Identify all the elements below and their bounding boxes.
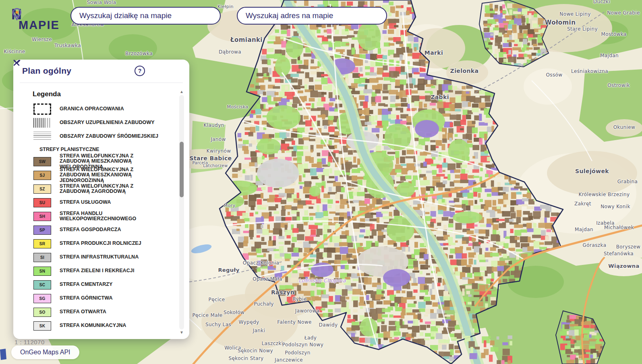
- logo-word-mapie: MAPIE: [19, 19, 60, 31]
- dashed-outline-icon: [33, 103, 51, 115]
- legend-zone-item: SHSTREFA HANDLU WIELKOPOWIERZCHNIOWEGO: [33, 209, 175, 223]
- legend-area-item: OBSZARY ZABUDOWY ŚRÓDMIEJSKIEJ: [33, 130, 175, 143]
- close-icon: [13, 60, 20, 66]
- legend-zone-item: SISTREFA INFRASTRUKTURALNA: [33, 250, 175, 264]
- attribution-pill[interactable]: OnGeo Maps API: [11, 345, 79, 359]
- legend-zone-item: SUSTREFA USŁUGOWA: [33, 196, 175, 209]
- legend-area-list: GRANICA OPRACOWANIAOBSZARY UZUPEŁNIENIA …: [33, 102, 175, 143]
- zone-swatch: SZ: [33, 184, 51, 194]
- help-icon: ?: [135, 66, 145, 76]
- zone-swatch: SG: [33, 294, 51, 303]
- panel-divider: [20, 83, 183, 83]
- zone-code: SC: [39, 283, 46, 287]
- zone-code: SJ: [40, 173, 45, 178]
- legend-zone-item: SZSTREFA WIELOFUNKCYJNA Z ZABUDOWĄ ZAGRO…: [33, 182, 175, 196]
- legend-zone-item: SGSTREFA GÓRNICTWA: [33, 292, 175, 305]
- scrollbar-thumb[interactable]: [180, 142, 184, 197]
- scroll-up-icon[interactable]: ▲: [179, 89, 184, 94]
- map-app: Sowia WolaAleksandrówWierszeTruskawkaKiś…: [0, 0, 642, 364]
- legend-area-item: OBSZARY UZUPEŁNIENIA ZABUDOWY: [33, 116, 175, 130]
- zone-code: SN: [39, 269, 46, 273]
- zone-label: STREFA GÓRNICTWA: [60, 296, 160, 301]
- zone-label: STREFA INFRASTRUKTURALNA: [60, 254, 160, 260]
- zones-heading: STREFY PLANISTYCZNE: [39, 147, 175, 152]
- zone-code: SP: [39, 228, 45, 232]
- legend-zone-item: SNSTREFA ZIELENI I REKREACJI: [33, 264, 175, 278]
- search-address-placeholder: Wyszukaj adres na mapie: [246, 11, 333, 20]
- app-logo[interactable]: N MAPIE: [11, 7, 60, 31]
- zone-code: SO: [39, 310, 45, 314]
- zone-swatch: SH: [33, 212, 51, 221]
- zone-swatch: SP: [33, 225, 51, 235]
- zone-label: STREFA OTWARTA: [60, 309, 160, 315]
- zone-code: SR: [39, 242, 46, 246]
- legend-zone-item: SPSTREFA GOSPODARCZA: [33, 223, 175, 237]
- zone-swatch: SO: [33, 308, 51, 317]
- search-parcel-placeholder: Wyszukaj działkę na mapie: [79, 11, 172, 20]
- legend-zone-item: SOSTREFA OTWARTA: [33, 305, 175, 319]
- zone-label: STREFA WIELOFUNKCYJNA Z ZABUDOWĄ MIESZKA…: [60, 167, 160, 184]
- search-parcel-input[interactable]: Wyszukaj działkę na mapie: [70, 7, 221, 25]
- zone-code: SI: [40, 255, 44, 260]
- legend-area-item: GRANICA OPRACOWANIA: [33, 102, 175, 116]
- attribution-text: OnGeo Maps API: [20, 349, 70, 356]
- zone-swatch: SR: [33, 239, 51, 248]
- zone-label: STREFA GOSPODARCZA: [60, 227, 160, 233]
- map-scale: 1 : 112070: [14, 339, 45, 345]
- legend-heading: Legenda: [33, 90, 175, 98]
- zone-label: STREFA HANDLU WIELKOPOWIERZCHNIOWEGO: [60, 211, 160, 222]
- scroll-down-icon[interactable]: ▼: [179, 330, 184, 335]
- zone-code: SG: [39, 296, 45, 301]
- area-label: GRANICA OPRACOWANIA: [60, 106, 160, 112]
- zone-code: SZ: [39, 187, 45, 191]
- zone-code: SW: [39, 159, 46, 164]
- zone-swatch: SU: [33, 198, 51, 207]
- legend-scrollbar: ▲ ▼: [179, 89, 184, 335]
- collapse-button[interactable]: [152, 66, 163, 76]
- zone-swatch: SN: [33, 267, 51, 276]
- search-address-input[interactable]: Wyszukaj adres na mapie: [237, 7, 387, 25]
- area-label: OBSZARY UZUPEŁNIENIA ZABUDOWY: [60, 120, 160, 126]
- zone-label: STREFA ZIELENI I REKREACJI: [60, 268, 160, 274]
- vertical-stripes-icon: [33, 118, 51, 128]
- zone-code: SH: [39, 214, 46, 219]
- legend-zone-item: SCSTREFA CMENTARZY: [33, 278, 175, 292]
- zone-swatch: SK: [33, 321, 51, 331]
- zone-label: STREFA USŁUGOWA: [60, 200, 160, 205]
- legend-zone-item: SKSTREFA KOMUNIKACYJNA: [33, 319, 175, 333]
- zone-swatch: SJ: [33, 171, 51, 180]
- legend-zone-list: SWSTREFA WIELOFUNKCYJNA Z ZABUDOWĄ MIESZ…: [33, 155, 175, 333]
- zone-code: SK: [39, 324, 46, 328]
- zone-label: STREFA CMENTARZY: [60, 282, 160, 287]
- help-button[interactable]: ?: [135, 66, 145, 76]
- legend-zone-item: SJSTREFA WIELOFUNKCYJNA Z ZABUDOWĄ MIESZ…: [33, 168, 175, 182]
- area-label: OBSZARY ZABUDOWY ŚRÓDMIEJSKIEJ: [60, 134, 160, 139]
- legend-zone-item: SRSTREFA PRODUKCJI ROLNICZEJ: [33, 237, 175, 250]
- scrollbar-track[interactable]: [179, 95, 184, 329]
- panel-header: Plan ogólny ?: [13, 60, 189, 82]
- zone-code: SU: [39, 201, 46, 205]
- zone-swatch: SI: [33, 253, 51, 262]
- legend-body: Legenda GRANICA OPRACOWANIAOBSZARY UZUPE…: [33, 84, 175, 333]
- legend-zone-item: SWSTREFA WIELOFUNKCYJNA Z ZABUDOWĄ MIESZ…: [33, 155, 175, 168]
- zone-label: STREFA PRODUKCJI ROLNICZEJ: [60, 241, 160, 246]
- close-button[interactable]: [170, 66, 180, 76]
- zone-label: STREFA WIELOFUNKCYJNA Z ZABUDOWĄ ZAGRODO…: [60, 184, 160, 194]
- zone-swatch: SC: [33, 280, 51, 290]
- zone-swatch: SW: [33, 157, 51, 166]
- zone-label: STREFA KOMUNIKACYJNA: [60, 323, 160, 329]
- plan-ogolny-panel: Plan ogólny ? Legenda GRANICA OPRACOWANI…: [13, 60, 189, 339]
- horizontal-stripes-icon: [33, 132, 51, 141]
- panel-title: Plan ogólny: [22, 66, 127, 76]
